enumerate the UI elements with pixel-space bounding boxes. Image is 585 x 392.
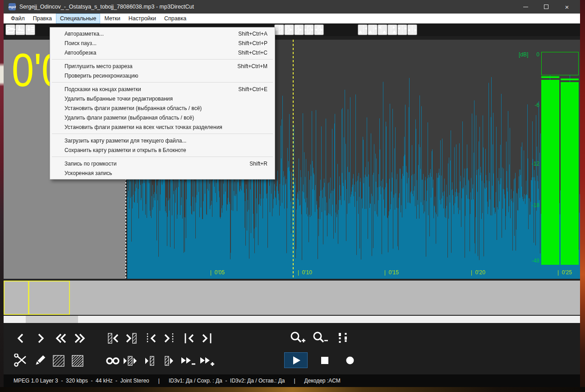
arrow-into-bar-button[interactable] xyxy=(274,24,284,35)
play-to-cut-button[interactable] xyxy=(143,354,159,368)
menubar-item-Справка[interactable]: Справка xyxy=(160,14,190,23)
chevron-right-cut-button[interactable] xyxy=(124,331,140,346)
menubar-item-Метки[interactable]: Метки xyxy=(100,14,124,23)
arrows-marker-alt-icon xyxy=(407,24,417,35)
maximize-icon xyxy=(544,5,548,9)
menu-item[interactable]: Подсказки на концах разметкиShift+Ctrl+E xyxy=(51,84,274,94)
menu-item[interactable]: Удалить флаги разметки (выбранная област… xyxy=(51,113,274,122)
horizontal-scrollbar[interactable] xyxy=(4,316,580,323)
marker-right-down-button[interactable] xyxy=(387,24,397,35)
marker-left-up-button[interactable] xyxy=(358,24,368,35)
bar-arrows-button[interactable] xyxy=(284,24,294,35)
dots-chevron-left-icon xyxy=(143,331,159,346)
bar-arrows-icon xyxy=(285,24,294,35)
pencil-icon xyxy=(32,354,48,368)
scrollbar-thumb[interactable] xyxy=(26,316,78,323)
menubar-item-Настройки[interactable]: Настройки xyxy=(124,14,160,23)
menu-item[interactable]: Сохранить карту разметки и открыть в Бло… xyxy=(51,145,274,155)
menu-item-shortcut: Shift+Ctrl+E xyxy=(238,86,267,92)
scissors-button[interactable] xyxy=(13,354,29,368)
menu-item[interactable]: Удалить выбранные точки редактирования xyxy=(51,94,274,103)
bar-chevron-left-button[interactable] xyxy=(180,331,197,346)
hatch-dense-button[interactable] xyxy=(69,354,86,368)
ff-minus-button[interactable] xyxy=(180,354,197,368)
desktop-wallpaper-right xyxy=(580,0,585,392)
dots-chevron-left-button[interactable] xyxy=(143,331,159,346)
menu-item[interactable]: Поиск пауз...Shift+Ctrl+P xyxy=(51,38,274,48)
view-window-indicator[interactable] xyxy=(4,281,70,315)
zoom-out-button[interactable] xyxy=(312,331,328,346)
loop-button[interactable] xyxy=(105,354,121,368)
menubar-item-Специальные[interactable]: Специальные xyxy=(56,14,101,23)
play-from-cut-icon xyxy=(161,354,178,368)
play-to-cut-icon xyxy=(143,354,159,368)
ruler-label: | 0'20 xyxy=(471,269,485,276)
jump-back-button[interactable] xyxy=(52,331,69,346)
menu-item[interactable]: АвтообрезкаShift+Ctrl+C xyxy=(51,48,274,57)
menu-item[interactable]: Авторазметка...Shift+Ctrl+A xyxy=(51,29,274,38)
open-folder-icon xyxy=(5,25,15,35)
menu-item-label: Сохранить карту разметки и открыть в Бло… xyxy=(64,147,267,153)
menu-item-label: Автообрезка xyxy=(64,50,238,56)
step-forward-button[interactable] xyxy=(32,331,49,346)
menubar-item-Файл[interactable]: Файл xyxy=(7,14,29,23)
menu-item[interactable]: Установить флаги разметки на всех чистых… xyxy=(51,122,274,132)
marker-left-up-icon xyxy=(358,24,368,35)
arrows-into-bar-button[interactable] xyxy=(314,24,324,35)
record-button[interactable] xyxy=(342,353,358,368)
arrows-around-bar-button[interactable] xyxy=(304,24,314,35)
marker-left-down-button[interactable] xyxy=(378,24,387,35)
desktop-wallpaper-left xyxy=(0,0,4,392)
bar-arrow-right-button[interactable] xyxy=(294,24,304,35)
save-audio-button[interactable] xyxy=(15,24,25,35)
level-meter-peak-box xyxy=(541,52,579,75)
open-folder-button[interactable] xyxy=(5,24,15,35)
maximize-button[interactable] xyxy=(536,0,557,14)
ruler-label: | 0'10 xyxy=(298,269,312,276)
menu-item-shortcut: Shift+R xyxy=(249,161,267,167)
arrows-marker-button[interactable] xyxy=(397,24,407,35)
menu-item[interactable]: Приглушить место разрезаShift+Ctrl+M xyxy=(51,61,274,71)
chevron-right-bar-button[interactable] xyxy=(199,331,216,346)
hatch-light-button[interactable] xyxy=(51,354,67,368)
bar-arrow-right-icon xyxy=(295,24,304,35)
meter-peak-right xyxy=(561,78,579,80)
arrows-marker-alt-button[interactable] xyxy=(407,24,417,35)
pencil-button[interactable] xyxy=(32,354,48,368)
play-from-cut-button[interactable] xyxy=(161,354,178,368)
menu-item[interactable]: Запись по громкостиShift+R xyxy=(51,159,274,168)
minimize-button[interactable] xyxy=(515,0,536,14)
menu-item-label: Приглушить место разреза xyxy=(64,63,237,69)
menu-item-label: Авторазметка... xyxy=(64,31,238,37)
menubar-item-Правка[interactable]: Правка xyxy=(29,14,56,23)
menu-item-label: Подсказки на концах разметки xyxy=(64,86,238,92)
menu-item-shortcut: Shift+Ctrl+A xyxy=(238,31,267,37)
menu-item[interactable]: Проверить ресинхронизацию xyxy=(51,71,274,80)
ff-plus-button[interactable] xyxy=(199,354,216,368)
save-list-button[interactable] xyxy=(25,24,35,35)
stop-button[interactable] xyxy=(317,353,333,368)
jump-forward-button[interactable] xyxy=(72,331,88,346)
title-bar[interactable]: mp3 Sergejj_Odincov_-_Ostatsya_s_tobojj_… xyxy=(4,0,580,14)
step-back-button[interactable] xyxy=(13,331,29,346)
zoom-in-icon xyxy=(289,331,307,346)
marker-right-up-button[interactable] xyxy=(368,24,378,35)
menu-bar: ФайлПравкаСпециальныеМеткиНастройкиСправ… xyxy=(4,14,580,23)
menu-item-label: Проверить ресинхронизацию xyxy=(64,73,267,79)
pause-marks-button[interactable] xyxy=(335,331,351,346)
chevron-right-dots-button[interactable] xyxy=(161,331,178,346)
marker-left-down-icon xyxy=(378,24,387,35)
menu-separator xyxy=(52,59,273,60)
close-button[interactable]: × xyxy=(557,0,577,14)
menu-item-label: Удалить флаги разметки (выбранная област… xyxy=(64,115,267,121)
menu-item[interactable]: Загрузить карту разметки для текущего фа… xyxy=(51,136,274,145)
menu-item-shortcut: Shift+Ctrl+M xyxy=(237,63,267,69)
menu-item[interactable]: Установить флаги разметки (выбранная обл… xyxy=(51,103,274,113)
scissors-icon xyxy=(13,354,29,368)
play-selection-button[interactable] xyxy=(124,354,140,368)
play-button[interactable] xyxy=(284,352,308,368)
menu-item[interactable]: Ускоренная запись xyxy=(51,168,274,178)
cut-chevron-left-button[interactable] xyxy=(105,331,121,346)
file-overview-bar[interactable] xyxy=(4,281,580,315)
zoom-in-button[interactable] xyxy=(290,331,306,346)
